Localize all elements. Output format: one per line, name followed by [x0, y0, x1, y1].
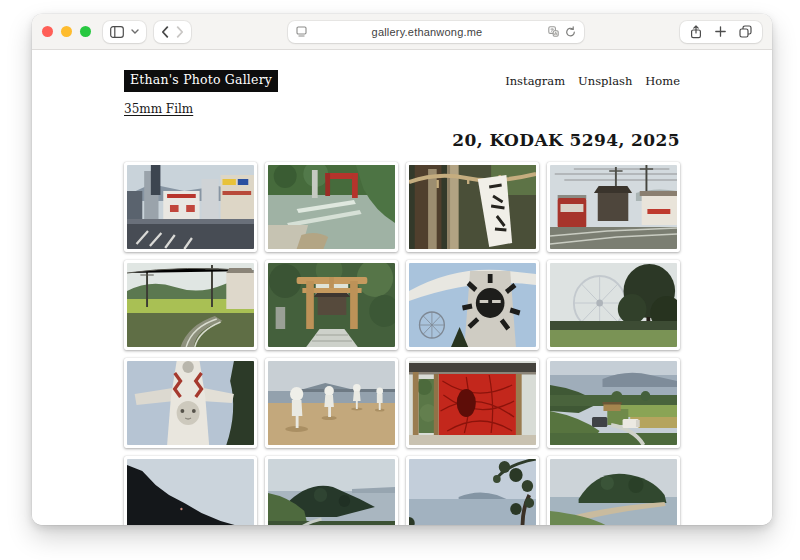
photo-shrine-post[interactable]	[406, 162, 539, 252]
photo-torii-gate-image	[268, 263, 395, 347]
nav-link-unsplash[interactable]: Unsplash	[578, 74, 632, 88]
photo-torii-gate[interactable]	[265, 260, 398, 350]
photo-curved-bay-image	[550, 459, 677, 526]
photo-river-weir-image	[268, 165, 395, 249]
gallery-title: 20, KODAK 5294, 2025	[124, 130, 680, 150]
minimize-button[interactable]	[61, 26, 72, 37]
photo-city-intersection[interactable]	[124, 162, 257, 252]
photo-red-yarn-installation-image	[409, 361, 536, 445]
chevron-down-icon[interactable]	[131, 29, 139, 34]
film-roll-link[interactable]: 35mm Film	[124, 102, 193, 116]
photo-sea-through-branches[interactable]	[406, 456, 539, 526]
url-text[interactable]: gallery.ethanwong.me	[313, 26, 542, 38]
photo-red-yarn-installation[interactable]	[406, 358, 539, 448]
photo-red-train-station-image	[550, 165, 677, 249]
photo-dark-hillside-image	[127, 459, 254, 526]
new-tab-icon[interactable]	[715, 26, 726, 37]
photo-green-headland-image	[268, 459, 395, 526]
site-title: Ethan's Photo Gallery	[124, 70, 278, 92]
photo-beach-statues-image	[268, 361, 395, 445]
photo-beach-statues[interactable]	[265, 358, 398, 448]
safari-window: gallery.ethanwong.me Ethan's Photo Galle…	[32, 14, 772, 525]
photo-coastal-farm[interactable]	[547, 358, 680, 448]
zoom-button[interactable]	[80, 26, 91, 37]
forward-icon[interactable]	[176, 26, 184, 38]
photo-sea-through-branches-image	[409, 459, 536, 526]
photo-grid	[124, 162, 680, 526]
back-icon[interactable]	[161, 26, 169, 38]
reload-icon[interactable]	[565, 26, 576, 38]
share-icon[interactable]	[690, 25, 702, 39]
photo-park-ferris-wheel[interactable]	[547, 260, 680, 350]
photo-rails-field-image	[127, 263, 254, 347]
photo-green-headland[interactable]	[265, 456, 398, 526]
close-button[interactable]	[42, 26, 53, 37]
top-nav: Instagram Unsplash Home	[505, 74, 680, 88]
photo-coastal-farm-image	[550, 361, 677, 445]
photo-park-ferris-wheel-image	[550, 263, 677, 347]
photo-sun-tower-front-image	[127, 361, 254, 445]
photo-river-weir[interactable]	[265, 162, 398, 252]
window-controls	[42, 26, 91, 37]
browser-toolbar: gallery.ethanwong.me	[32, 14, 772, 50]
photo-sun-tower-back-image	[409, 263, 536, 347]
nav-button-group	[154, 21, 191, 43]
page-header: Ethan's Photo Gallery Instagram Unsplash…	[124, 70, 680, 92]
photo-red-train-station[interactable]	[547, 162, 680, 252]
address-bar[interactable]: gallery.ethanwong.me	[288, 21, 584, 43]
photo-sun-tower-front[interactable]	[124, 358, 257, 448]
photo-shrine-post-image	[409, 165, 536, 249]
photo-dark-hillside[interactable]	[124, 456, 257, 526]
photo-rails-field[interactable]	[124, 260, 257, 350]
sidebar-button-group	[103, 21, 146, 43]
tab-overview-icon[interactable]	[739, 25, 752, 38]
photo-curved-bay[interactable]	[547, 456, 680, 526]
translate-icon[interactable]	[548, 26, 559, 37]
toolbar-right-group	[680, 21, 762, 43]
nav-link-home[interactable]: Home	[645, 74, 680, 88]
sidebar-icon[interactable]	[110, 26, 124, 38]
site-settings-icon[interactable]	[296, 26, 307, 37]
gallery-page: Ethan's Photo Gallery Instagram Unsplash…	[32, 50, 772, 525]
nav-link-instagram[interactable]: Instagram	[505, 74, 565, 88]
photo-city-intersection-image	[127, 165, 254, 249]
photo-sun-tower-back[interactable]	[406, 260, 539, 350]
